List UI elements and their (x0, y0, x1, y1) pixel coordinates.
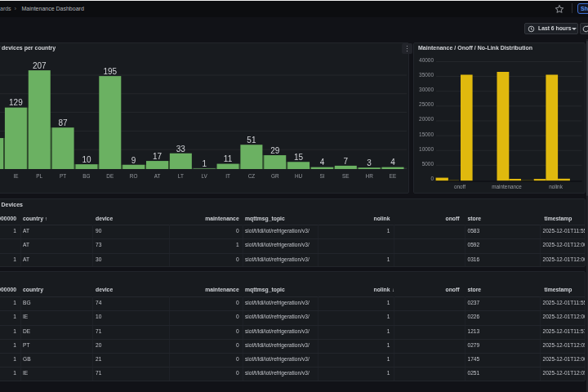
svg-text:PT: PT (60, 173, 66, 179)
svg-text:AT: AT (154, 173, 161, 179)
svg-text:PL: PL (36, 173, 42, 179)
svg-text:LT: LT (178, 173, 184, 179)
svg-text:SE: SE (342, 173, 350, 179)
svg-text:195: 195 (103, 67, 117, 76)
svg-text:HU: HU (295, 173, 303, 179)
svg-text:25000: 25000 (419, 101, 434, 107)
svg-text:30000: 30000 (419, 87, 434, 92)
svg-text:129: 129 (9, 98, 23, 107)
svg-text:EE: EE (390, 173, 397, 179)
svg-text:DE: DE (106, 173, 114, 179)
svg-text:40000: 40000 (419, 57, 434, 63)
svg-text:SI: SI (319, 173, 324, 179)
svg-text:IE: IE (13, 173, 18, 179)
svg-text:LV: LV (202, 173, 208, 179)
svg-text:RO: RO (130, 173, 138, 179)
svg-text:BG: BG (82, 173, 90, 179)
svg-text:HR: HR (366, 173, 374, 179)
svg-text:GR: GR (271, 173, 279, 179)
svg-text:207: 207 (33, 61, 47, 70)
svg-text:IT: IT (225, 173, 230, 179)
svg-text:15: 15 (294, 153, 304, 162)
svg-text:51: 51 (247, 136, 256, 145)
svg-text:7: 7 (344, 157, 349, 166)
svg-text:15000: 15000 (419, 131, 434, 137)
svg-text:20000: 20000 (419, 116, 434, 122)
svg-text:1: 1 (202, 159, 207, 168)
svg-text:11: 11 (224, 154, 233, 163)
svg-text:onoff: onoff (453, 184, 465, 189)
svg-text:5000: 5000 (421, 161, 434, 167)
svg-text:CZ: CZ (248, 173, 256, 179)
svg-text:maintenance: maintenance (492, 184, 522, 189)
svg-text:9: 9 (131, 156, 136, 165)
svg-text:10: 10 (82, 155, 91, 164)
svg-text:nolink: nolink (549, 184, 564, 189)
svg-text:29: 29 (270, 146, 280, 155)
svg-text:4: 4 (390, 158, 395, 167)
svg-text:35000: 35000 (419, 72, 434, 78)
svg-text:17: 17 (153, 152, 163, 161)
svg-text:87: 87 (59, 118, 69, 127)
svg-text:10000: 10000 (419, 146, 434, 152)
svg-text:0: 0 (430, 176, 434, 181)
svg-text:33: 33 (176, 145, 186, 154)
svg-text:4: 4 (320, 158, 325, 167)
svg-text:3: 3 (367, 158, 372, 167)
